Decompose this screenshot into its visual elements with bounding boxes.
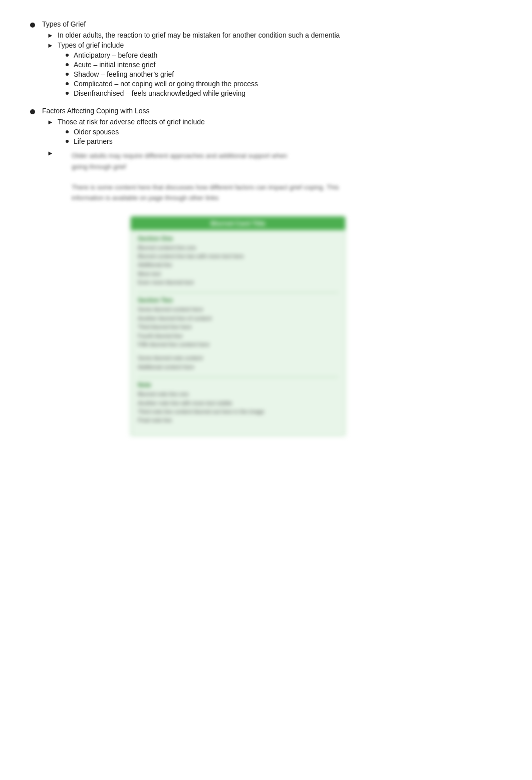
- arrow-icon: ►: [47, 42, 54, 49]
- card-line: Fourth blurred line: [138, 332, 338, 340]
- bullet-sub-list: Anticipatory – before death Acute – init…: [66, 51, 502, 97]
- card-line: More text: [138, 270, 338, 278]
- main-item-title: Factors Affecting Coping with Loss: [42, 107, 502, 115]
- card-line: Another blurred line of content: [138, 315, 338, 322]
- card-line: Some blurred content here: [138, 306, 338, 313]
- blurred-line: There is some content here that discusse…: [72, 182, 502, 192]
- card-section-title: Section One: [138, 235, 338, 242]
- list-item: ► Types of grief include Anticipatory – …: [47, 41, 502, 99]
- card-line: Some blurred note content: [138, 354, 338, 362]
- bullet-text: Acute – initial intense grief: [74, 61, 155, 69]
- small-dot: [66, 63, 69, 66]
- small-dot: [66, 82, 69, 85]
- bullet-text: Complicated – not coping well or going t…: [74, 80, 258, 88]
- list-item: Types of Grief ► In older adults, the re…: [30, 20, 502, 101]
- sub-item-text: Those at risk for adverse effects of gri…: [58, 118, 205, 126]
- sub-item-text: Types of grief include: [58, 41, 124, 49]
- card: Blurred Card Title Section One Blurred c…: [130, 216, 346, 436]
- list-item: ► Older adults may require different app…: [47, 149, 502, 204]
- card-line: Third blurred line here: [138, 323, 338, 331]
- card-line: Third note line content blurred out here…: [138, 408, 338, 416]
- bullet-text: Life partners: [74, 137, 113, 145]
- main-item-content: Types of Grief ► In older adults, the re…: [42, 20, 502, 101]
- list-item: Life partners: [66, 137, 502, 145]
- bullet-sub-list: Older spouses Life partners: [66, 128, 502, 145]
- arrow-icon: ►: [47, 32, 54, 39]
- card-line: Final note line: [138, 417, 338, 424]
- sub-list: ► In older adults, the reaction to grief…: [47, 31, 502, 99]
- small-dot: [66, 92, 69, 95]
- bullet-text: Anticipatory – before death: [74, 51, 157, 59]
- small-dot: [66, 140, 69, 143]
- card-line: Even more blurred text: [138, 279, 338, 286]
- card-line: Additional content here: [138, 363, 338, 371]
- blurred-line: information is available on page through…: [72, 193, 502, 203]
- card-divider: [138, 377, 338, 377]
- blurred-card-container: Blurred Card Title Section One Blurred c…: [130, 216, 346, 436]
- list-item: Anticipatory – before death: [66, 51, 502, 59]
- arrow-icon: ►: [47, 118, 54, 126]
- card-section-title: Note: [138, 381, 338, 388]
- bullet-dot: [30, 23, 35, 28]
- card-line: Another note line with more text visible: [138, 400, 338, 407]
- card-line: Fifth blurred line content here: [138, 341, 338, 348]
- blurred-content: Older adults may require different appro…: [72, 151, 502, 204]
- bullet-text: Disenfranchised – feels unacknowledged w…: [74, 89, 245, 97]
- card-line: Blurred note line one: [138, 391, 338, 398]
- card-section: Section Two Some blurred content here An…: [138, 297, 338, 348]
- small-dot: [66, 130, 69, 133]
- blurred-line: going through grief: [72, 162, 502, 172]
- main-item-content: Factors Affecting Coping with Loss ► Tho…: [42, 107, 502, 206]
- list-item: ► Those at risk for adverse effects of g…: [47, 118, 502, 147]
- main-item-title: Types of Grief: [42, 20, 502, 28]
- blurred-line: Older adults may require different appro…: [72, 151, 502, 161]
- bullet-text: Older spouses: [74, 128, 119, 136]
- sub-item-content: Types of grief include Anticipatory – be…: [58, 41, 502, 99]
- card-body: Section One Blurred content line one Blu…: [131, 230, 345, 436]
- list-item: Shadow – feeling another’s grief: [66, 70, 502, 78]
- list-item: Older spouses: [66, 128, 502, 136]
- bullet-text: Shadow – feeling another’s grief: [74, 70, 174, 78]
- card-section-title: Section Two: [138, 297, 338, 304]
- card-line: Blurred content line one: [138, 244, 338, 252]
- card-divider: [138, 292, 338, 293]
- list-item: Factors Affecting Coping with Loss ► Tho…: [30, 107, 502, 206]
- card-section: Some blurred note content Additional con…: [138, 354, 338, 371]
- sub-item-text: In older adults, the reaction to grief m…: [58, 31, 340, 39]
- arrow-icon: ►: [47, 149, 54, 157]
- sub-item-content: Those at risk for adverse effects of gri…: [58, 118, 502, 147]
- card-line: Additional line: [138, 261, 338, 269]
- card-line: Blurred content line two with more text …: [138, 253, 338, 260]
- card-section: Section One Blurred content line one Blu…: [138, 235, 338, 287]
- list-item: Disenfranchised – feels unacknowledged w…: [66, 89, 502, 97]
- list-item: ► In older adults, the reaction to grief…: [47, 31, 502, 39]
- small-dot: [66, 73, 69, 76]
- sub-item-content: In older adults, the reaction to grief m…: [58, 31, 502, 39]
- list-item: Complicated – not coping well or going t…: [66, 80, 502, 88]
- main-list: Types of Grief ► In older adults, the re…: [30, 20, 502, 206]
- card-section: Note Blurred note line one Another note …: [138, 381, 338, 425]
- small-dot: [66, 54, 69, 57]
- card-header: Blurred Card Title: [131, 217, 345, 230]
- sub-list: ► Those at risk for adverse effects of g…: [47, 118, 502, 204]
- list-item: Acute – initial intense grief: [66, 61, 502, 69]
- bullet-dot: [30, 109, 35, 114]
